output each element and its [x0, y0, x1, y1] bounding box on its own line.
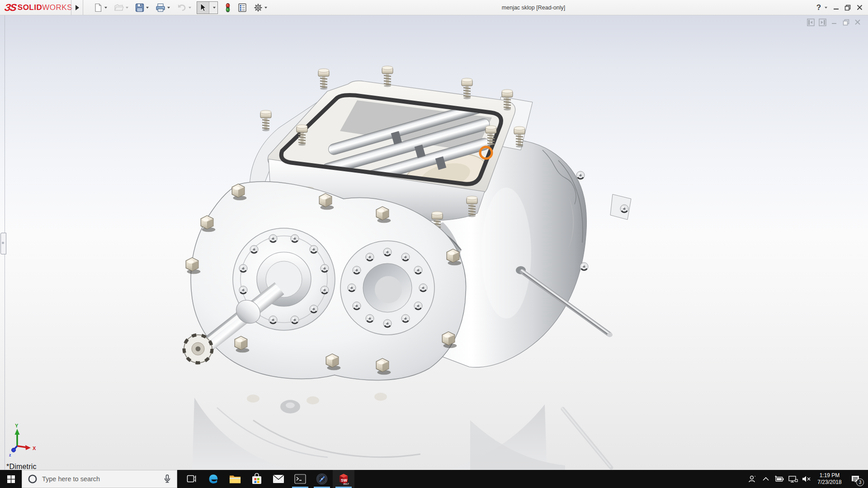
dropdown-caret[interactable] — [264, 7, 267, 9]
expand-right-pane-icon — [819, 19, 826, 26]
volume-button[interactable] — [800, 470, 813, 488]
sw-letters: SW — [341, 478, 348, 483]
taskbar-spacer — [354, 470, 745, 488]
taskbar-app-edge[interactable] — [203, 470, 224, 488]
dropdown-caret[interactable] — [167, 7, 170, 9]
dropdown-caret — [126, 7, 128, 9]
dropdown-caret[interactable] — [146, 7, 149, 9]
collapse-left-pane-icon — [807, 19, 815, 26]
dropdown-caret — [213, 7, 216, 9]
action-center-badge: 3 — [856, 479, 864, 486]
print-icon — [156, 3, 165, 12]
dropdown-caret[interactable] — [104, 7, 107, 9]
taskbar-app-dark-circle[interactable] — [311, 470, 333, 488]
taskbar-app-mail[interactable] — [268, 470, 289, 488]
restore-button[interactable] — [842, 1, 854, 14]
gearbox-3d-scene[interactable]: Y X z — [0, 15, 868, 470]
dark-circle-app-icon — [316, 473, 328, 485]
help-icon: ? — [816, 3, 821, 12]
splined-shaft-tip[interactable] — [184, 335, 212, 363]
save-button[interactable] — [134, 2, 150, 14]
help-button[interactable]: ? — [813, 1, 825, 14]
separator — [71, 0, 71, 15]
y-axis-arrow — [15, 429, 20, 435]
taskbar-app-solidworks-2017[interactable]: SW 2017 — [333, 470, 354, 488]
logo-mark: ЗS — [4, 2, 16, 14]
x-axis-label: X — [33, 446, 36, 451]
people-button[interactable] — [745, 470, 759, 488]
new-document-icon — [94, 3, 103, 12]
toolbar-flyout-button[interactable] — [72, 0, 82, 15]
separator — [83, 0, 83, 15]
logo-text-works: WORKS — [42, 3, 72, 12]
z-axis-ball — [12, 448, 16, 452]
expand-right-pane-button[interactable] — [816, 18, 828, 27]
network-button[interactable] — [786, 470, 800, 488]
file-properties-button[interactable] — [236, 2, 248, 14]
battery-icon — [774, 475, 784, 483]
y-axis-label: Y — [15, 423, 19, 428]
hidden-icons-button[interactable] — [759, 470, 773, 488]
save-floppy-icon — [135, 3, 144, 12]
options-button[interactable] — [252, 2, 269, 14]
close-icon — [857, 5, 863, 10]
start-button[interactable] — [0, 470, 22, 488]
gear-icon — [254, 3, 263, 12]
close-button[interactable] — [854, 1, 865, 14]
restore-icon — [844, 5, 851, 11]
title-bar: ЗS SOLID WORKS — [0, 0, 868, 15]
microsoft-store-icon — [251, 473, 262, 485]
undo-button[interactable] — [175, 2, 193, 14]
taskbar-clock[interactable]: 1:19 PM 7/23/2018 — [813, 470, 846, 488]
file-properties-icon — [238, 3, 247, 12]
ethernet-network-icon — [788, 475, 798, 483]
help-dropdown-caret[interactable] — [825, 7, 827, 9]
doc-minimize-button[interactable] — [828, 18, 840, 27]
cortana-circle-icon — [28, 474, 38, 484]
doc-minimize-icon — [831, 19, 837, 25]
collapse-left-pane-button[interactable] — [805, 18, 816, 27]
secondary-flange[interactable] — [340, 241, 434, 335]
battery-button[interactable] — [773, 470, 786, 488]
taskbar-search-box[interactable] — [22, 470, 177, 488]
doc-close-button[interactable] — [852, 18, 863, 27]
dropdown-caret — [189, 7, 191, 9]
print-button[interactable] — [154, 2, 171, 14]
model-reflection — [192, 393, 611, 470]
quick-access-toolbar — [92, 0, 273, 15]
clock-time: 1:19 PM — [820, 472, 840, 479]
new-document-button[interactable] — [92, 2, 108, 14]
clock-date: 7/23/2018 — [817, 479, 841, 486]
action-center-button[interactable]: 3 — [846, 470, 865, 488]
taskbar-app-command-prompt[interactable] — [289, 470, 311, 488]
select-cursor-icon — [199, 3, 207, 12]
microphone-icon[interactable] — [163, 474, 171, 484]
graphics-viewport[interactable]: Y X z — [0, 15, 868, 470]
x-axis-arrow — [25, 445, 31, 450]
windows-taskbar: SW 2017 — [0, 470, 868, 488]
gearbox-model[interactable] — [184, 66, 631, 380]
doc-restore-button[interactable] — [840, 18, 852, 27]
view-stoplight-button[interactable] — [223, 1, 232, 14]
search-input[interactable] — [40, 475, 161, 483]
solidworks-2017-icon: SW 2017 — [338, 473, 349, 485]
taskbar-app-file-explorer[interactable] — [224, 470, 246, 488]
sw-year: 2017 — [344, 483, 349, 485]
file-explorer-icon — [229, 474, 241, 484]
select-dropdown-caret[interactable] — [209, 2, 217, 14]
open-button[interactable] — [113, 2, 130, 14]
view-orientation-label: *Dimetric — [6, 463, 37, 470]
window-title: menjac sklop [Read-only] — [502, 0, 565, 15]
task-view-icon — [187, 474, 197, 483]
task-view-button[interactable] — [181, 470, 203, 488]
doc-restore-icon — [843, 19, 849, 26]
people-icon — [748, 475, 757, 483]
solidworks-window: ЗS SOLID WORKS — [0, 0, 868, 488]
minimize-button[interactable] — [830, 1, 842, 14]
select-tool-button[interactable] — [197, 2, 209, 14]
collapsed-feature-panel-tab[interactable] — [0, 233, 6, 254]
taskbar-app-store[interactable] — [246, 470, 268, 488]
chevron-up-icon — [762, 477, 769, 481]
windows-start-icon — [7, 475, 15, 483]
mail-icon — [273, 474, 284, 483]
